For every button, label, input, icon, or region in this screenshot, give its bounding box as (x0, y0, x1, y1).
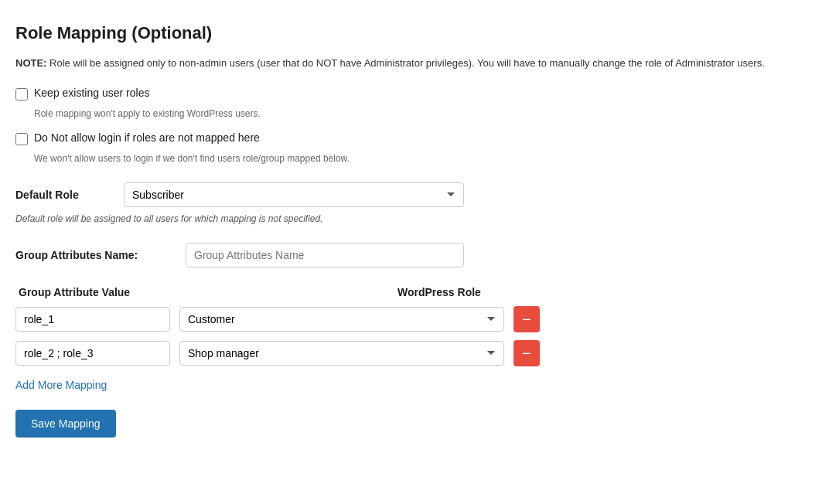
add-more-wrapper: Add More Mapping (15, 374, 814, 410)
note-label: NOTE: (15, 57, 46, 69)
default-role-row: Default Role Subscriber Administrator Ed… (15, 182, 814, 207)
mapping-row-1: Customer Subscriber Administrator Editor… (15, 306, 814, 332)
default-role-label: Default Role (15, 189, 108, 201)
do-not-allow-row: Do Not allow login if roles are not mapp… (15, 131, 814, 145)
note-body: Role will be assigned only to non-admin … (49, 57, 765, 69)
do-not-allow-desc: We won't allow users to login if we don'… (34, 153, 814, 164)
note-text: NOTE: Role will be assigned only to non-… (15, 56, 814, 71)
add-more-mapping-link[interactable]: Add More Mapping (15, 379, 107, 391)
keep-existing-desc: Role mapping won't apply to existing Wor… (34, 108, 814, 119)
default-role-select[interactable]: Subscriber Administrator Editor Author C… (124, 182, 464, 207)
group-attr-input[interactable] (186, 243, 464, 267)
mapping-role-select-2[interactable]: Customer Subscriber Administrator Editor… (179, 341, 504, 366)
do-not-allow-label: Do Not allow login if roles are not mapp… (34, 131, 260, 144)
mapping-role-select-1[interactable]: Customer Subscriber Administrator Editor… (179, 307, 504, 332)
do-not-allow-checkbox[interactable] (15, 133, 28, 145)
mapping-header-role: WordPress Role (397, 286, 481, 298)
keep-existing-label: Keep existing user roles (34, 87, 149, 99)
remove-mapping-button-2[interactable]: − (513, 340, 540, 366)
keep-existing-checkbox[interactable] (15, 88, 28, 100)
mapping-headers: Group Attribute Value WordPress Role (15, 286, 814, 298)
page-title: Role Mapping (Optional) (15, 23, 814, 43)
default-role-desc: Default role will be assigned to all use… (15, 213, 814, 224)
keep-existing-row: Keep existing user roles (15, 87, 814, 100)
save-mapping-button[interactable]: Save Mapping (15, 410, 116, 438)
mapping-header-attr: Group Attribute Value (19, 286, 196, 298)
group-attr-label: Group Attributes Name: (15, 249, 170, 261)
remove-mapping-button-1[interactable]: − (513, 306, 540, 332)
mapping-attr-input-1[interactable] (15, 307, 170, 332)
mapping-attr-input-2[interactable] (15, 341, 170, 366)
mapping-row-2: Customer Subscriber Administrator Editor… (15, 340, 814, 366)
group-attr-row: Group Attributes Name: (15, 243, 814, 267)
